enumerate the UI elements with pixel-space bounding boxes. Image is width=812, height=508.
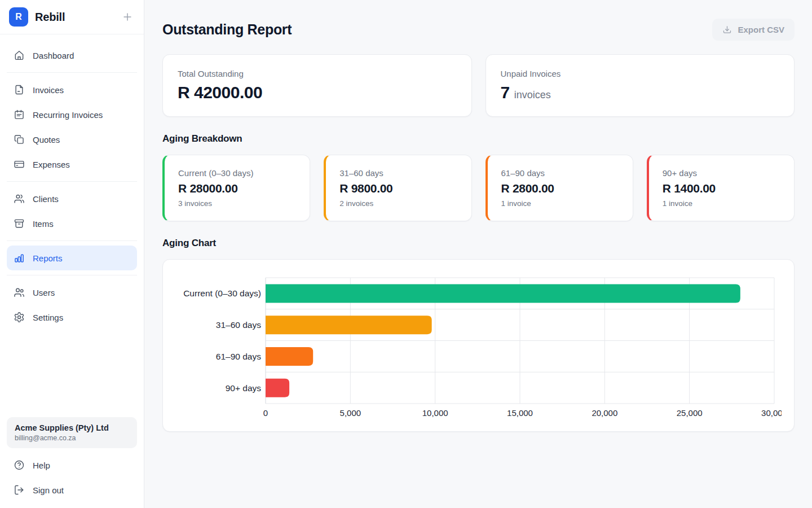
sidebar-item-label: Help	[33, 461, 50, 470]
sidebar-item-label: Invoices	[33, 85, 64, 95]
aging-card-count: 1 invoice	[501, 199, 619, 208]
copy-icon	[14, 134, 25, 145]
aging-card-31-60: 31–60 days R 9800.00 2 invoices	[324, 155, 471, 221]
svg-text:90+ days: 90+ days	[226, 383, 262, 393]
app-name: Rebill	[35, 11, 65, 24]
export-csv-button[interactable]: Export CSV	[712, 19, 795, 41]
main-content: Outstanding Report Export CSV Total Outs…	[144, 0, 812, 508]
svg-text:0: 0	[263, 408, 268, 418]
users-icon	[14, 287, 25, 298]
aging-chart-title: Aging Chart	[162, 238, 795, 249]
sidebar-item-expenses[interactable]: Expenses	[7, 152, 137, 177]
aging-card-amount: R 1400.00	[663, 182, 780, 195]
aging-card-count: 1 invoice	[663, 199, 780, 208]
sidebar-nav: Dashboard Invoices Recurring Invoices Qu…	[0, 34, 144, 330]
sidebar-item-recurring-invoices[interactable]: Recurring Invoices	[7, 102, 137, 127]
svg-text:61–90 days: 61–90 days	[216, 352, 261, 361]
plus-icon	[121, 11, 134, 23]
sidebar-divider	[7, 240, 137, 241]
aging-card-amount: R 2800.00	[501, 182, 619, 195]
sidebar-item-label: Dashboard	[33, 51, 74, 60]
unpaid-invoices-count: 7	[501, 83, 510, 102]
total-outstanding-value: R 42000.00	[178, 83, 457, 102]
account-email: billing@acme.co.za	[15, 434, 129, 442]
aging-breakdown-row: Current (0–30 days) R 28000.00 3 invoice…	[162, 155, 795, 221]
sidebar-item-invoices[interactable]: Invoices	[7, 77, 137, 102]
sidebar-item-label: Expenses	[33, 160, 70, 169]
aging-breakdown-title: Aging Breakdown	[162, 133, 795, 144]
calendar-icon	[14, 109, 25, 120]
aging-card-61-90: 61–90 days R 2800.00 1 invoice	[486, 155, 633, 221]
help-circle-icon	[14, 459, 25, 471]
sidebar-item-dashboard[interactable]: Dashboard	[7, 43, 137, 68]
total-outstanding-label: Total Outstanding	[178, 69, 457, 78]
export-csv-label: Export CSV	[738, 25, 784, 34]
total-outstanding-card: Total Outstanding R 42000.00	[162, 54, 472, 117]
aging-card-amount: R 28000.00	[178, 182, 296, 195]
svg-text:31–60 days: 31–60 days	[216, 320, 261, 330]
svg-text:30,000: 30,000	[761, 408, 782, 418]
unpaid-invoices-card: Unpaid Invoices 7invoices	[486, 54, 795, 117]
app-logo: R	[9, 7, 28, 27]
sidebar-item-sign-out[interactable]: Sign out	[7, 478, 137, 502]
aging-card-90-plus: 90+ days R 1400.00 1 invoice	[647, 155, 795, 221]
aging-bar-chart: 05,00010,00015,00020,00025,00030,000Curr…	[176, 269, 782, 424]
invoice-file-icon	[14, 84, 25, 95]
aging-card-count: 3 invoices	[178, 199, 296, 208]
home-icon	[14, 50, 25, 61]
sidebar-item-label: Items	[33, 219, 54, 229]
credit-card-icon	[14, 159, 25, 170]
aging-card-label: 90+ days	[663, 168, 780, 178]
sidebar-item-clients[interactable]: Clients	[7, 186, 137, 211]
sidebar-footer: Acme Supplies (Pty) Ltd billing@acme.co.…	[0, 410, 144, 508]
aging-card-label: 61–90 days	[501, 168, 619, 178]
aging-card-label: 31–60 days	[339, 168, 457, 178]
gear-icon	[14, 312, 25, 323]
app-logo-letter: R	[15, 12, 22, 22]
sidebar-item-settings[interactable]: Settings	[7, 305, 137, 330]
logout-icon	[14, 484, 25, 496]
aging-card-current: Current (0–30 days) R 28000.00 3 invoice…	[162, 155, 310, 221]
sidebar-divider	[7, 72, 137, 73]
aging-card-label: Current (0–30 days)	[178, 168, 296, 178]
account-card: Acme Supplies (Pty) Ltd billing@acme.co.…	[7, 417, 137, 448]
sidebar-header: R Rebill	[0, 0, 144, 34]
sidebar-item-label: Reports	[33, 253, 63, 263]
sidebar-item-help[interactable]: Help	[7, 453, 137, 478]
unpaid-invoices-value: 7invoices	[501, 83, 780, 102]
sidebar-item-quotes[interactable]: Quotes	[7, 127, 137, 152]
add-new-button[interactable]	[120, 10, 135, 24]
summary-row: Total Outstanding R 42000.00 Unpaid Invo…	[162, 54, 795, 117]
svg-text:15,000: 15,000	[507, 408, 533, 418]
svg-text:10,000: 10,000	[422, 408, 448, 418]
sidebar-item-items[interactable]: Items	[7, 211, 137, 236]
svg-text:Current (0–30 days): Current (0–30 days)	[183, 288, 261, 298]
page-title: Outstanding Report	[162, 21, 292, 38]
sidebar-item-label: Users	[33, 288, 55, 297]
sidebar-item-label: Settings	[33, 313, 63, 322]
sidebar-item-label: Clients	[33, 194, 59, 204]
sidebar-item-label: Recurring Invoices	[33, 110, 103, 120]
users-group-icon	[14, 193, 25, 204]
svg-text:20,000: 20,000	[592, 408, 617, 418]
svg-text:5,000: 5,000	[340, 408, 361, 418]
aging-card-amount: R 9800.00	[339, 182, 457, 195]
sidebar-item-reports[interactable]: Reports	[7, 246, 137, 270]
svg-text:25,000: 25,000	[677, 408, 703, 418]
sidebar-divider	[7, 181, 137, 182]
account-name: Acme Supplies (Pty) Ltd	[15, 423, 129, 432]
bar-chart-icon	[14, 252, 25, 264]
aging-card-count: 2 invoices	[339, 199, 457, 208]
download-icon	[722, 25, 732, 34]
page-header: Outstanding Report Export CSV	[162, 19, 795, 41]
sidebar-item-label: Quotes	[33, 135, 60, 144]
archive-box-icon	[14, 218, 25, 229]
unpaid-invoices-label: Unpaid Invoices	[501, 69, 780, 78]
sidebar-divider	[7, 275, 137, 275]
sidebar-item-label: Sign out	[33, 485, 64, 495]
sidebar: R Rebill Dashboard Invoices Recurring	[0, 0, 144, 508]
sidebar-item-users[interactable]: Users	[7, 280, 137, 305]
aging-chart-card: 05,00010,00015,00020,00025,00030,000Curr…	[162, 259, 795, 432]
unpaid-invoices-unit: invoices	[514, 89, 551, 100]
